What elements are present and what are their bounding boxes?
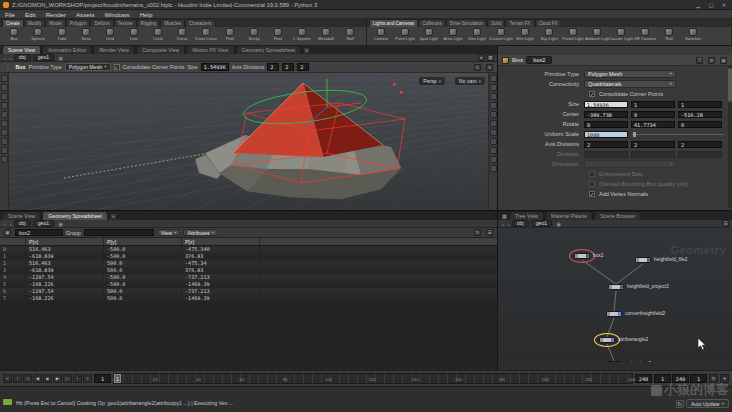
size-z-field[interactable]: 1 (678, 101, 722, 108)
prev-key-button[interactable]: ‹ (13, 374, 22, 383)
shelf-tab-rigging[interactable]: Rigging (137, 19, 161, 27)
shelf-tool-portal-light[interactable]: Portal Light (561, 27, 585, 45)
minimize-button[interactable]: ▁ (693, 2, 703, 8)
shelf-tool-l-system[interactable]: L-System (290, 27, 314, 45)
rotate-y-field[interactable]: 41.7734 (631, 121, 675, 128)
view-quad-icon[interactable] (490, 138, 497, 145)
handles-tool-icon[interactable] (1, 111, 8, 118)
tab-material-palette[interactable]: Material Palette (545, 211, 593, 220)
path-segment-geo1[interactable]: geo1 (33, 220, 55, 228)
shelf-tool-tube[interactable]: Tube (50, 27, 74, 45)
axis-div-z-param[interactable]: 2 (678, 141, 722, 148)
mask-toggle-icon[interactable] (490, 156, 497, 163)
tab-animation-editor[interactable]: Animation Editor (42, 45, 92, 54)
shelf-tool-box[interactable]: Box (2, 27, 26, 45)
attributes-dropdown[interactable]: Attributes▾ (183, 229, 218, 236)
flipbook-tool-icon[interactable] (1, 156, 8, 163)
end-frame-field[interactable]: 240 (635, 374, 652, 383)
secure-selection-icon[interactable]: ▦ (487, 54, 494, 61)
next-frame-button[interactable]: ▷ (63, 374, 72, 383)
shelf-tab-create[interactable]: Create (2, 19, 24, 27)
column-header-p-x-[interactable]: P[x] (26, 238, 104, 245)
node-box2[interactable] (574, 253, 590, 259)
translate-tool-icon[interactable] (1, 84, 8, 91)
tab-tree-view[interactable]: Tree View (509, 211, 544, 220)
shelf-tool-camera[interactable]: Camera (369, 27, 393, 45)
center-y-field[interactable]: 0 (631, 111, 675, 118)
path-segment-obj[interactable]: obj (14, 54, 31, 62)
node-name-field[interactable]: box2 (526, 56, 552, 64)
shelf-tab-characters[interactable]: Characters (185, 19, 215, 27)
shelf-tool-curve[interactable]: Curve (170, 27, 194, 45)
axis-div-z-field[interactable]: 2 (297, 63, 309, 71)
path-segment-obj[interactable]: obj (512, 220, 529, 228)
shelf-tool-null[interactable]: Null (657, 27, 681, 45)
toolbar-refresh-icon[interactable]: ↻ (474, 64, 481, 71)
network-menu-icon[interactable]: ☰ (722, 220, 729, 227)
axis-div-x-field[interactable]: 2 (267, 63, 279, 71)
center-z-field[interactable]: -516.28 (678, 111, 722, 118)
shelf-tool-env-light[interactable]: Env Light (513, 27, 537, 45)
size-field[interactable]: 1.54936 (201, 63, 229, 71)
camera-lock-icon[interactable] (490, 75, 497, 82)
add-tab-icon[interactable]: + (303, 47, 310, 54)
lighting-toggle-icon[interactable] (490, 111, 497, 118)
shelf-tab-polygon[interactable]: Polygon (66, 19, 91, 27)
snap-tool-icon[interactable] (1, 120, 8, 127)
pin-icon[interactable]: ◉ (554, 221, 563, 227)
node-attribwrangle2[interactable] (599, 337, 615, 343)
lock-icon[interactable]: ▣ (4, 229, 11, 236)
display-options-icon[interactable] (490, 120, 497, 127)
shelf-tab-collisions[interactable]: Collisions (418, 19, 446, 27)
timeline-ruler[interactable]: 1 120406080100120140160180200220240 (113, 373, 633, 384)
pin-icon[interactable]: ◉ (56, 55, 65, 61)
axis-div-y-param[interactable]: 2 (631, 141, 675, 148)
shelf-tab-lights-and-cameras[interactable]: Lights and Cameras (369, 19, 418, 27)
pin-icon[interactable]: ◉ (56, 221, 65, 227)
shelf-tab-muscles[interactable]: Muscles (160, 19, 185, 27)
tab-motion-fx-view[interactable]: Motion FX View (186, 45, 234, 54)
gear-icon[interactable]: ⚙ (708, 57, 715, 64)
shelf-tab-deform[interactable]: Deform (90, 19, 113, 27)
wireframe-toggle-icon[interactable] (490, 102, 497, 109)
ruler-toggle-icon[interactable] (490, 147, 497, 154)
shelf-tool-point-light[interactable]: Point Light (393, 27, 417, 45)
column-header-p-z-[interactable]: P[z] (182, 238, 260, 245)
grid-toggle-icon[interactable] (490, 84, 497, 91)
column-header-index[interactable] (0, 238, 26, 245)
shelf-tab-terrain-fx[interactable]: Terrain FX (505, 19, 534, 27)
table-row[interactable]: 3-618.839500.0376.83 (0, 267, 497, 274)
auto-update-dropdown[interactable]: Auto Update▾ (686, 399, 729, 408)
table-row[interactable]: 1-618.839-500.0376.83 (0, 253, 497, 260)
shelf-tool-font[interactable]: Font (266, 27, 290, 45)
path-segment-geo1[interactable]: geo1 (531, 220, 553, 228)
view-type-menu[interactable]: Persp▾ (419, 77, 445, 85)
shelf-tool-null[interactable]: Null (338, 27, 362, 45)
path-segment-obj[interactable]: obj (14, 220, 31, 228)
close-button[interactable]: ✕ (719, 2, 729, 8)
path-segment-geo1[interactable]: geo1 (33, 54, 55, 62)
params-scrollbar[interactable] (728, 66, 732, 208)
shelf-tool-circle[interactable]: Circle (146, 27, 170, 45)
shelf-tool-sticky[interactable]: Sticky (242, 27, 266, 45)
node-display-flag[interactable] (647, 258, 650, 262)
axis-div-x-param[interactable]: 2 (584, 141, 628, 148)
menu-help[interactable]: Help (135, 11, 158, 18)
node-bypass-flag[interactable] (607, 312, 610, 316)
rotate-z-field[interactable]: 0 (678, 121, 722, 128)
table-row[interactable]: 0516.463-500.0-475.340 (0, 246, 497, 253)
view-dropdown[interactable]: View▾ (157, 229, 181, 236)
prev-frame-button[interactable]: ◁ (23, 374, 32, 383)
snapshot-icon[interactable] (490, 129, 497, 136)
camera-menu[interactable]: No cam▾ (455, 77, 485, 85)
node-display-flag[interactable] (620, 285, 623, 289)
node-bypass-flag[interactable] (609, 285, 612, 289)
column-header-p-y-[interactable]: P[y] (104, 238, 182, 245)
primitive-type-dropdown[interactable]: Polygon Mesh▾ (65, 63, 111, 71)
shelf-tab-texture[interactable]: Texture (114, 19, 137, 27)
shelf-tool-distant-light[interactable]: Distant Light (489, 27, 513, 45)
handle-point[interactable] (400, 91, 403, 94)
select-mode-icon[interactable]: ▸ (478, 54, 485, 61)
rotate-x-field[interactable]: 0 (584, 121, 628, 128)
jump-end-button[interactable]: » (83, 374, 92, 383)
